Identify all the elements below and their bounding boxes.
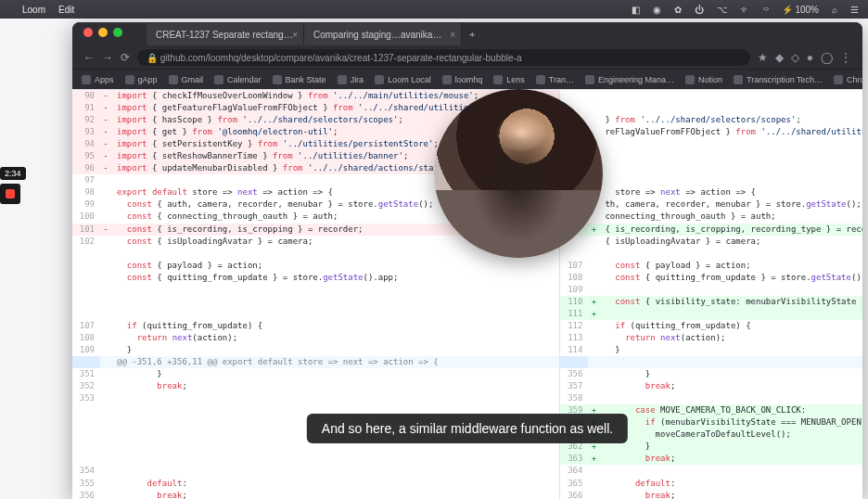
diff-line (560, 162, 862, 174)
code-text: const { payload } = action; (599, 260, 862, 272)
browser-tab[interactable]: CREAT-1237 Separate rectang… × (147, 23, 304, 45)
code-text (111, 296, 559, 308)
diff-line: 354 (72, 465, 559, 477)
loom-stop-button[interactable] (0, 184, 20, 204)
code-text: th, camera, recorder, menubar } = store.… (599, 198, 862, 211)
line-number: 353 (72, 392, 100, 404)
code-text: } (599, 344, 862, 356)
status-icon[interactable]: ◧ (632, 5, 640, 15)
maximize-icon[interactable] (113, 28, 122, 37)
diff-line: 114 } (560, 344, 862, 356)
code-text: const { visibility_state: menubarVisibil… (599, 296, 862, 308)
diff-line: 109 } (72, 344, 559, 356)
wifi-icon[interactable]: ᯤ (741, 5, 750, 15)
menu-edit[interactable]: Edit (58, 5, 74, 15)
line-number (72, 260, 100, 272)
line-number: 96 (72, 162, 100, 174)
minimize-icon[interactable] (98, 28, 108, 37)
loom-recording-controls: 2:34 (0, 167, 26, 204)
browser-tab[interactable]: Comparing staging…avanika… × (304, 23, 462, 45)
bookmarks-item[interactable]: Notion (685, 75, 722, 84)
diff-line: 358 (560, 392, 862, 404)
menu-icon[interactable]: ⋮ (840, 51, 851, 64)
address-bar[interactable]: 🔒 github.com/loomhq/desktop/compare/avan… (137, 49, 750, 66)
diff-line: 109 (560, 284, 862, 296)
bookmarks-item[interactable]: Engineering Mana… (585, 75, 674, 84)
code-text: reFlagValueFromFFObject } from '../../sh… (599, 126, 862, 138)
extension-icon[interactable]: ◇ (791, 51, 799, 64)
line-number (560, 90, 588, 102)
bookmarks-item[interactable]: Transcription Tech… (734, 75, 823, 84)
code-text (111, 308, 559, 320)
code-text: connecting_through_oauth } = auth; (599, 211, 862, 223)
diff-line (560, 150, 862, 162)
code-text: const { quitting_from_update } = store.g… (111, 272, 559, 284)
extension-icon[interactable]: ★ (758, 51, 768, 64)
tab-title: Comparing staging…avanika… (313, 30, 441, 40)
close-icon[interactable]: × (450, 30, 455, 40)
avatar-icon[interactable]: ◯ (821, 51, 833, 64)
diff-line: 107 if (quitting_from_update) { (72, 320, 559, 332)
code-text (599, 356, 862, 368)
line-number (72, 248, 100, 260)
bookmarks-item[interactable]: Lens (493, 75, 525, 84)
reload-button[interactable]: ⟳ (121, 51, 130, 64)
code-text: } from '../../shared/selectors/scopes'; (599, 114, 862, 126)
code-text: break; (599, 453, 862, 465)
bookmarks-item[interactable]: Apps (82, 75, 114, 84)
extension-icon[interactable]: ● (807, 51, 813, 64)
bookmarks-item[interactable]: Jira (338, 75, 364, 84)
line-number: 90 (72, 90, 100, 102)
bookmarks-item[interactable]: Gmail (169, 75, 204, 84)
app-name[interactable]: Loom (22, 5, 45, 15)
new-tab-button[interactable]: + (462, 29, 482, 40)
status-icon[interactable]: ⏻ (695, 5, 704, 15)
bookmark-icon (685, 75, 695, 84)
line-number: 108 (560, 272, 588, 284)
code-text: if (menubarVisibilityState === MENUBAR_O… (599, 416, 862, 429)
line-number: 99 (72, 198, 100, 211)
extension-icon[interactable]: ◆ (775, 51, 784, 64)
control-center-icon[interactable]: ☰ (850, 5, 859, 15)
diff-line[interactable] (560, 356, 862, 368)
code-text (599, 392, 862, 404)
bookmarks-item[interactable]: gApp (125, 75, 158, 84)
back-button[interactable]: ← (83, 51, 95, 64)
diff-line: 352 break; (72, 380, 559, 392)
diff-line: } from '../../shared/selectors/scopes'; (560, 114, 862, 126)
diff-line (72, 296, 559, 308)
line-number: 92 (72, 114, 100, 126)
battery-icon[interactable]: ⚡ 100% (782, 5, 819, 15)
status-icon[interactable]: ◉ (653, 5, 661, 15)
close-icon[interactable] (83, 28, 93, 37)
status-icon[interactable]: ⌥ (717, 5, 728, 15)
bookmark-icon (214, 75, 223, 84)
line-number (72, 404, 100, 416)
search-icon[interactable]: ⌕ (832, 5, 837, 15)
bookmarks-item[interactable]: Calendar (214, 75, 262, 84)
diff-line: 355 default: (72, 478, 559, 490)
line-number: 357 (560, 380, 588, 392)
loom-webcam-bubble[interactable] (434, 89, 603, 258)
bookmarks-item[interactable]: Bank State (273, 75, 326, 84)
window-traffic-lights[interactable] (83, 28, 122, 37)
diff-line[interactable]: @@ -351,6 +356,11 @@ export default stor… (72, 356, 559, 368)
bookmark-icon (585, 75, 594, 84)
code-text: { isUploadingAvatar } = camera; (599, 236, 862, 248)
status-icon[interactable]: ✿ (674, 5, 682, 15)
bluetooth-icon[interactable]: ⌔ (763, 5, 769, 15)
code-text (111, 284, 559, 296)
code-text: store => next => action => { (599, 186, 862, 198)
bookmarks-item[interactable]: Tran… (536, 75, 574, 84)
code-text: break; (111, 490, 559, 499)
bookmarks-item[interactable]: Loom Local (375, 75, 431, 84)
bookmarks-item[interactable]: loomhq (442, 75, 483, 84)
bookmarks-bar: Apps gApp Gmail Calendar Bank State Jira… (72, 69, 862, 89)
diff-line: reFlagValueFromFFObject } from '../../sh… (560, 126, 862, 138)
lock-icon: 🔒 (147, 53, 158, 63)
line-number: 356 (560, 368, 588, 380)
bookmarks-item[interactable]: Chrome Devboard (834, 75, 862, 84)
diff-line (560, 174, 862, 186)
forward-button[interactable]: → (102, 51, 113, 64)
close-icon[interactable]: × (292, 30, 298, 40)
